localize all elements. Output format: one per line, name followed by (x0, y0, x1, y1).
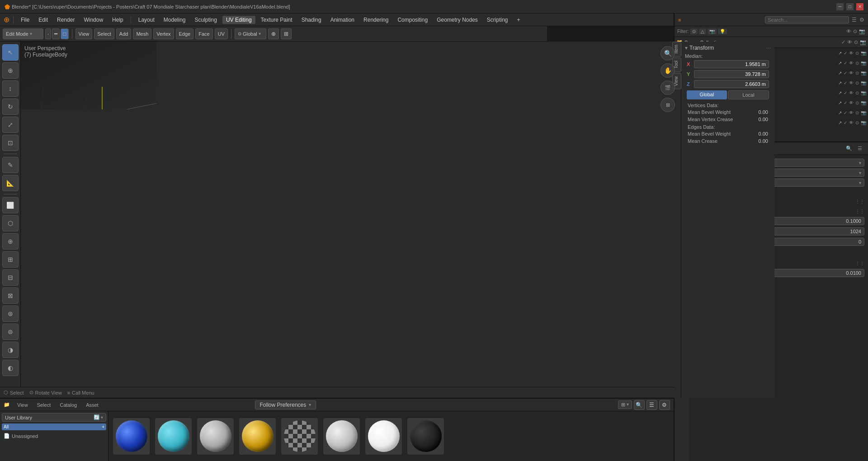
prop-search-icon[interactable]: 🔍 (844, 144, 854, 153)
asset-filter-icon-btn[interactable]: ☰ (646, 400, 657, 410)
asset-item-light-grey[interactable] (322, 417, 361, 456)
loop-cut-tool[interactable]: ⬡ (2, 215, 19, 231)
transform-options[interactable]: ⋯ (766, 46, 771, 51)
global-btn[interactable]: Global (687, 90, 727, 99)
view-menu-btn[interactable]: View (75, 28, 93, 39)
x-value[interactable]: 1.9581 m (694, 60, 769, 68)
asset-item-blue-glossy[interactable] (112, 417, 151, 456)
menu-window[interactable]: Window (80, 16, 107, 24)
workspace-texture-paint[interactable]: Texture Paint (257, 16, 296, 24)
render-options-icon[interactable]: ⋮⋮ (855, 261, 864, 266)
filter-all-btn[interactable]: All + (2, 423, 106, 430)
workspace-add[interactable]: + (514, 16, 524, 24)
face-menu-btn[interactable]: Face (195, 28, 212, 39)
annotate-tool[interactable]: ✎ (2, 157, 19, 173)
viewport-options-icon[interactable]: ⋮⋮ (855, 209, 864, 214)
viewport-toggle[interactable]: ⊙ (853, 28, 857, 34)
z-value[interactable]: 2.6603 m (694, 80, 769, 88)
viewport-camera-tool[interactable]: 🎬 (660, 80, 675, 95)
viewport-pan-tool[interactable]: ✋ (660, 63, 675, 78)
asset-item-teal-glossy[interactable] (154, 417, 193, 456)
viewport-grid-tool[interactable]: ⊞ (660, 98, 675, 112)
workspace-animation[interactable]: Animation (327, 16, 358, 24)
outliner-filter-btn[interactable]: ☰ (852, 17, 857, 23)
transform-origin-btn[interactable]: ⊙ Global ▾ (235, 28, 266, 39)
select-menu-btn[interactable]: Select (94, 28, 114, 39)
move-tool[interactable]: ↕ (2, 80, 19, 97)
filter-objects[interactable]: ⊙ (690, 28, 698, 34)
mc-value[interactable]: 0.00 (759, 138, 768, 144)
visibility-toggle[interactable]: 👁 (846, 28, 851, 34)
asset-view-mode-btn[interactable]: ⊞ ▾ (618, 400, 632, 409)
randomize-tool[interactable]: ⊚ (2, 324, 19, 340)
mode-selector[interactable]: Edit Mode ▾ (3, 28, 43, 39)
library-selector[interactable]: User Library 🔄 ▾ (2, 413, 106, 422)
sampling-options-icon[interactable]: ⋮⋮ (855, 199, 864, 204)
outliner-search-input[interactable] (765, 16, 849, 24)
maximize-button[interactable]: □ (846, 3, 854, 10)
add-menu-btn[interactable]: Add (116, 28, 132, 39)
mbwe-value[interactable]: 0.00 (759, 131, 768, 136)
asset-tab-view[interactable]: View (14, 401, 32, 409)
edge-menu-btn[interactable]: Edge (176, 28, 194, 39)
poly-build-tool[interactable]: ⊟ (2, 269, 19, 286)
edge-slide-tool[interactable]: ◑ (2, 342, 19, 358)
measure-tool[interactable]: 📐 (2, 175, 19, 191)
outliner-settings-btn[interactable]: ⚙ (859, 17, 864, 23)
minimize-button[interactable]: ─ (836, 3, 844, 10)
asset-item-silver[interactable] (196, 417, 235, 456)
transform-panel-header[interactable]: ▾ Transform ⋯ (683, 43, 773, 52)
face-mode-btn[interactable]: □ (61, 28, 68, 39)
filter-lights[interactable]: 💡 (718, 28, 727, 34)
asset-settings-btn[interactable]: ⚙ (659, 400, 670, 410)
workspace-modeling[interactable]: Modeling (160, 16, 189, 24)
select-tool[interactable]: ↖ (2, 44, 19, 61)
workspace-compositing[interactable]: Compositing (394, 16, 431, 24)
workspace-rendering[interactable]: Rendering (360, 16, 392, 24)
mbwv-value[interactable]: 0.00 (759, 109, 768, 115)
asset-item-white[interactable] (364, 417, 403, 456)
close-button[interactable]: ✕ (856, 3, 863, 10)
spin-tool[interactable]: ⊠ (2, 287, 19, 304)
workspace-layout[interactable]: Layout (135, 16, 158, 24)
vertex-mode-btn[interactable]: · (45, 28, 51, 39)
workspace-sculpting[interactable]: Sculpting (191, 16, 221, 24)
workspace-shading[interactable]: Shading (298, 16, 325, 24)
workspace-scripting[interactable]: Scripting (483, 16, 512, 24)
scale-tool[interactable]: ⤢ (2, 117, 19, 133)
menu-edit[interactable]: Edit (35, 16, 52, 24)
workspace-uv-editing[interactable]: UV Editing (222, 16, 255, 24)
asset-tab-select[interactable]: Select (33, 401, 55, 409)
asset-tab-catalog[interactable]: Catalog (56, 401, 80, 409)
blender-menu-icon[interactable]: ⊕ (4, 15, 9, 24)
asset-item-gold[interactable] (238, 417, 277, 456)
bisect-tool[interactable]: ⊞ (2, 251, 19, 268)
shrink-fatten-tool[interactable]: ◐ (2, 360, 19, 376)
prop-filter-icon[interactable]: ☰ (855, 144, 864, 153)
asset-item-dark[interactable] (406, 417, 445, 456)
menu-render[interactable]: Render (53, 16, 78, 24)
filter-cameras[interactable]: 📷 (708, 28, 717, 34)
mesh-menu-btn[interactable]: Mesh (133, 28, 151, 39)
asset-search-btn[interactable]: 🔍 (634, 400, 645, 410)
y-value[interactable]: 39.728 m (694, 70, 769, 78)
uv-menu-btn[interactable]: UV (215, 28, 228, 39)
vertex-menu-btn[interactable]: Vertex (153, 28, 174, 39)
filter-all-add[interactable]: + (102, 424, 104, 429)
rotate-tool[interactable]: ↻ (2, 99, 19, 115)
viewport-3d[interactable]: Z X Y User Perspective (7) FuselageBody … (21, 42, 774, 398)
workspace-geometry-nodes[interactable]: Geometry Nodes (433, 16, 481, 24)
asset-item-checkered[interactable] (280, 417, 319, 456)
follow-preferences-dropdown[interactable]: Follow Preferences ▾ (255, 400, 316, 409)
snap-btn[interactable]: ⊞ (281, 28, 292, 39)
cursor-tool[interactable]: ⊕ (2, 62, 19, 79)
render-toggle[interactable]: 📷 (859, 28, 865, 34)
knife-tool[interactable]: ⊕ (2, 233, 19, 249)
filter-unassigned[interactable]: 📄 Unassigned (2, 432, 106, 440)
asset-tab-asset[interactable]: Asset (82, 401, 102, 409)
add-box-tool[interactable]: ⬜ (2, 197, 19, 213)
menu-help[interactable]: Help (108, 16, 127, 24)
local-btn[interactable]: Local (728, 90, 769, 99)
mvc-value[interactable]: 0.00 (759, 117, 768, 122)
smooth-tool[interactable]: ⊛ (2, 306, 19, 322)
